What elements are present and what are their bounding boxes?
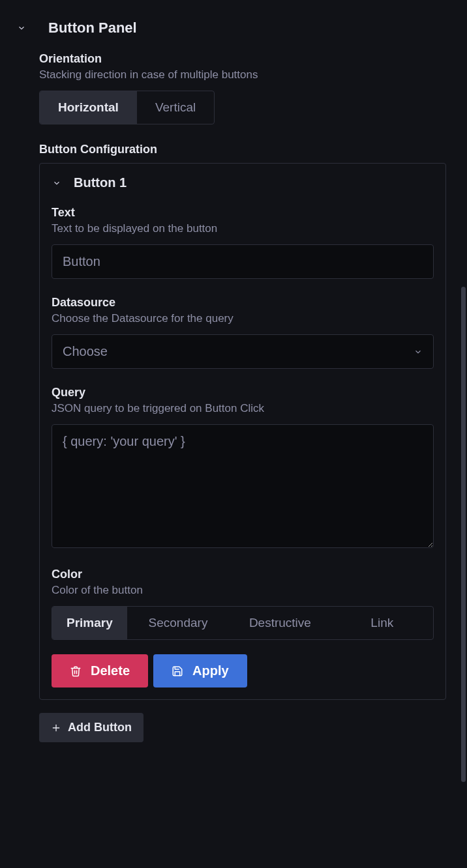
color-description: Color of the button xyxy=(52,584,434,597)
color-primary[interactable]: Primary xyxy=(52,607,127,639)
delete-label: Delete xyxy=(91,663,130,678)
apply-label: Apply xyxy=(192,663,229,678)
datasource-placeholder: Choose xyxy=(63,344,108,359)
panel-header[interactable]: Button Panel xyxy=(0,13,467,52)
color-link[interactable]: Link xyxy=(331,607,433,639)
add-button[interactable]: Add Button xyxy=(39,713,143,742)
datasource-description: Choose the Datasource for the query xyxy=(52,312,434,325)
panel-title: Button Panel xyxy=(48,20,137,36)
orientation-toggle-group: Horizontal Vertical xyxy=(39,91,215,124)
color-destructive[interactable]: Destructive xyxy=(229,607,331,639)
orientation-horizontal[interactable]: Horizontal xyxy=(40,91,137,124)
text-label: Text xyxy=(52,206,434,220)
orientation-vertical[interactable]: Vertical xyxy=(137,91,214,124)
orientation-field: Orientation Stacking direction in case o… xyxy=(39,52,446,143)
query-textarea[interactable] xyxy=(52,424,434,548)
orientation-description: Stacking direction in case of multiple b… xyxy=(39,68,446,81)
button1-header[interactable]: Button 1 xyxy=(52,175,434,190)
button1-actions: Delete Apply xyxy=(52,654,434,687)
apply-button[interactable]: Apply xyxy=(153,654,247,687)
trash-icon xyxy=(70,665,82,677)
plus-icon xyxy=(51,723,61,733)
button1-title: Button 1 xyxy=(74,175,127,190)
scrollbar[interactable] xyxy=(461,287,466,782)
text-input[interactable] xyxy=(52,244,434,279)
datasource-label: Datasource xyxy=(52,296,434,310)
chevron-down-icon xyxy=(52,178,62,188)
color-secondary[interactable]: Secondary xyxy=(127,607,229,639)
color-label: Color xyxy=(52,568,434,581)
button-config-box: Button 1 Text Text to be displayed on th… xyxy=(39,163,446,700)
color-toggle-group: Primary Secondary Destructive Link xyxy=(52,606,434,640)
query-description: JSON query to be triggered on Button Cli… xyxy=(52,402,434,415)
datasource-select[interactable]: Choose xyxy=(52,334,434,369)
text-description: Text to be displayed on the button xyxy=(52,222,434,235)
chevron-down-icon xyxy=(414,347,423,356)
button-config-label: Button Configuration xyxy=(39,143,446,156)
add-button-label: Add Button xyxy=(68,721,132,734)
query-label: Query xyxy=(52,386,434,399)
orientation-label: Orientation xyxy=(39,52,446,66)
delete-button[interactable]: Delete xyxy=(52,654,148,687)
save-icon xyxy=(172,665,183,677)
chevron-down-icon xyxy=(16,22,27,34)
